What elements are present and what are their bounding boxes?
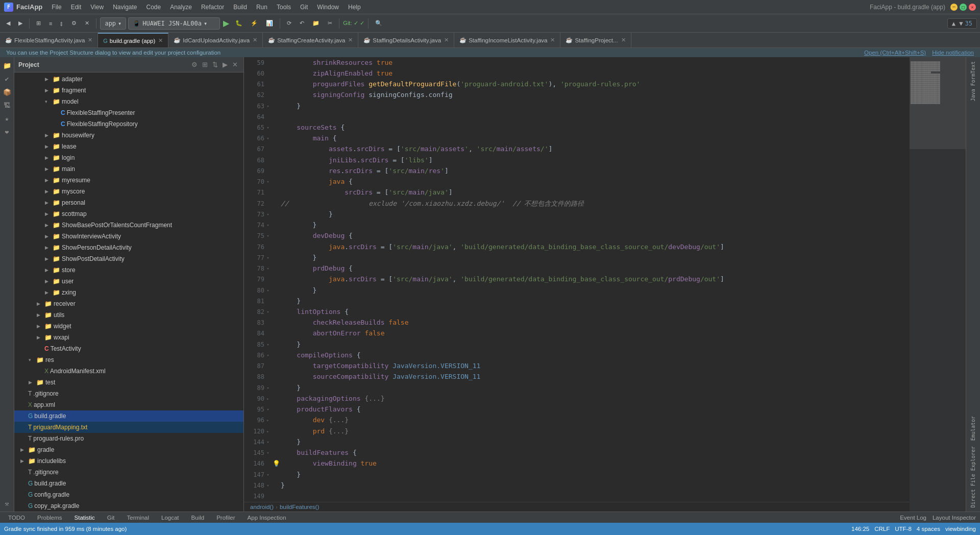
tree-item-housewifery[interactable]: ▶📁housewifery — [14, 130, 243, 141]
code-line[interactable]: } — [281, 209, 910, 220]
fold-indicator[interactable] — [264, 187, 272, 198]
sidebar-icon-favorites[interactable]: ❤ — [1, 126, 13, 138]
fold-indicator[interactable]: ▾ — [264, 231, 272, 241]
tab-staffing-create[interactable]: ☕ StaffingCreateActivity.java ✕ — [263, 33, 358, 48]
bottom-tab-problems[interactable]: Problems — [33, 512, 66, 523]
fold-indicator[interactable] — [264, 328, 272, 339]
code-line[interactable]: abortOnError false — [281, 328, 910, 339]
tree-item-personal[interactable]: ▶📁personal — [14, 197, 243, 208]
tab-flexible-staffing[interactable]: ☕ FlexibleStaffingActivity.java ✕ — [0, 33, 98, 48]
tree-item-widget[interactable]: ▶📁widget — [14, 321, 243, 332]
status-encoding[interactable]: UTF-8 — [895, 526, 912, 532]
forward-button[interactable]: ▶ — [15, 18, 26, 28]
tree-item-buildgradle-sel[interactable]: Gbuild.gradle — [14, 410, 243, 422]
tab-close-6[interactable]: ✕ — [550, 37, 555, 43]
tab-close-5[interactable]: ✕ — [444, 37, 449, 43]
sidebar-icon-build-variants[interactable]: ⚒ — [1, 497, 13, 509]
fold-indicator[interactable] — [264, 372, 272, 382]
fold-indicator[interactable]: ▾ — [264, 122, 272, 133]
fold-indicator[interactable]: ▾ — [264, 339, 272, 350]
code-line[interactable]: compileOptions { — [281, 350, 910, 360]
project-collapse-button[interactable]: ▶ — [221, 60, 229, 69]
fold-indicator[interactable] — [264, 491, 272, 502]
fold-indicator[interactable]: ▸ — [264, 393, 272, 404]
menu-code[interactable]: Code — [142, 3, 165, 12]
code-line[interactable]: srcDirs = ['src/main/java'] — [281, 187, 910, 198]
code-line[interactable]: java { — [281, 177, 910, 187]
coverage-button[interactable]: ⚡ — [248, 18, 261, 28]
status-crlf[interactable]: CRLF — [874, 526, 890, 532]
code-line[interactable]: } — [281, 296, 910, 306]
status-viewbinding[interactable]: viewbinding — [945, 526, 976, 532]
fold-indicator[interactable]: ▾ — [264, 263, 272, 274]
code-line[interactable]: viewBinding true — [281, 458, 910, 469]
fold-indicator[interactable]: ▾ — [264, 350, 272, 360]
tab-close-4[interactable]: ✕ — [348, 37, 353, 43]
bottom-tab-build[interactable]: Build — [187, 512, 209, 523]
menu-navigate[interactable]: Navigate — [109, 3, 141, 12]
fold-indicator[interactable]: ▾ — [264, 382, 272, 393]
fold-indicator[interactable]: ▾ — [264, 436, 272, 447]
code-line[interactable]: } — [281, 101, 910, 111]
code-view[interactable]: 59 shrinkResources true60 zipAlignEnable… — [244, 57, 910, 502]
tab-staffing-income[interactable]: ☕ StaffingIncomeListActivity.java ✕ — [454, 33, 560, 48]
bottom-tab-statistic[interactable]: Statistic — [70, 512, 99, 523]
code-line[interactable]: } — [281, 382, 910, 393]
menu-refactor[interactable]: Refactor — [197, 3, 228, 12]
toolbar-btn-3[interactable]: 📁 — [309, 18, 323, 28]
tree-item-priguard[interactable]: TpriguardMapping.txt — [14, 422, 243, 433]
tree-item-proguard[interactable]: Tproguard-rules.pro — [14, 433, 243, 444]
code-line[interactable]: } — [281, 339, 910, 350]
status-position[interactable]: 146:25 — [851, 526, 869, 532]
tree-item-manifest[interactable]: XAndroidManifest.xml — [14, 366, 243, 377]
code-line[interactable] — [281, 491, 910, 502]
tree-item-showpost[interactable]: ▶📁ShowPostDetailActivity — [14, 253, 243, 264]
menu-file[interactable]: File — [47, 3, 65, 12]
fold-indicator[interactable]: ▾ — [264, 404, 272, 415]
tab-close-1[interactable]: ✕ — [88, 37, 92, 43]
back-button[interactable]: ◀ — [3, 18, 13, 28]
fold-indicator[interactable]: ▸ — [264, 426, 272, 436]
fold-indicator[interactable] — [264, 361, 272, 372]
fold-indicator[interactable]: ▾ — [264, 480, 272, 491]
fold-indicator[interactable]: ▾ — [264, 469, 272, 480]
fold-indicator[interactable]: ▾ — [264, 177, 272, 187]
tree-item-gitignore2[interactable]: T.gitignore — [14, 467, 243, 478]
close-button[interactable]: ✕ — [969, 4, 976, 11]
tree-item-presenter[interactable]: CFlexibleStaffingPresenter — [14, 107, 243, 118]
sidebar-icon-structure[interactable]: 🏗 — [1, 99, 13, 111]
tab-staffing-project[interactable]: ☕ StaffingProject... ✕ — [560, 33, 631, 48]
tree-item-utils[interactable]: ▶📁utils — [14, 309, 243, 321]
bottom-tab-app-inspection[interactable]: App Inspection — [243, 512, 290, 523]
code-line[interactable]: java.srcDirs = ['src/main/java', 'build/… — [281, 241, 910, 252]
fold-indicator[interactable] — [264, 165, 272, 176]
code-line[interactable]: } — [281, 436, 910, 447]
tab-idcard-upload[interactable]: ☕ IdCardUploadActivity.java ✕ — [168, 33, 263, 48]
tree-item-myscore[interactable]: ▶📁myscore — [14, 186, 243, 197]
code-line[interactable]: java.srcDirs = ['src/main/java', 'build/… — [281, 274, 910, 285]
fold-indicator[interactable]: ▾ — [264, 252, 272, 263]
status-layout-inspector[interactable]: Layout Inspector — [933, 515, 976, 521]
fold-indicator[interactable]: ▾ — [264, 447, 272, 458]
tree-item-gitignore1[interactable]: T.gitignore — [14, 388, 243, 399]
tree-item-main[interactable]: ▶📁main — [14, 163, 243, 175]
code-line[interactable]: } — [281, 480, 910, 491]
code-line[interactable]: main { — [281, 133, 910, 144]
tree-item-wxapi[interactable]: ▶📁wxapi — [14, 332, 243, 343]
tree-item-receiver[interactable]: ▶📁receiver — [14, 298, 243, 309]
bottom-tab-logcat[interactable]: Logcat — [157, 512, 183, 523]
fold-indicator[interactable] — [264, 111, 272, 122]
code-line[interactable]: } — [281, 220, 910, 231]
sidebar-icon-project[interactable]: 📁 — [1, 59, 13, 71]
tree-item-test[interactable]: ▶📁test — [14, 377, 243, 388]
fold-indicator[interactable] — [264, 274, 272, 285]
fold-indicator[interactable]: ▾ — [264, 101, 272, 111]
project-gear-button[interactable]: ⚙ — [190, 60, 199, 69]
fold-indicator[interactable] — [264, 68, 272, 79]
menu-run[interactable]: Run — [252, 3, 272, 12]
tree-item-gradle[interactable]: ▶📁gradle — [14, 444, 243, 455]
sidebar-icon-bookmarks[interactable]: ★ — [1, 112, 13, 125]
bulb-icon[interactable]: 💡 — [273, 460, 280, 467]
layout-button[interactable]: ⊞ — [33, 18, 44, 28]
status-event-log[interactable]: Event Log — [900, 515, 926, 521]
